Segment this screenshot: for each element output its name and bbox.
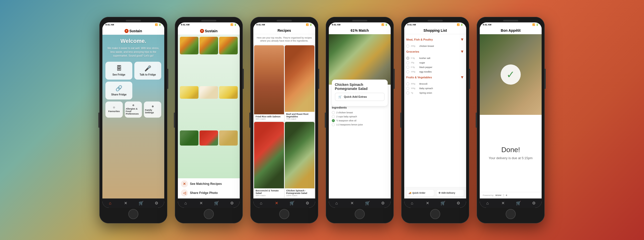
edit-delivery-button[interactable]: ⚙ Edit Delivery	[436, 189, 464, 196]
allergies-button[interactable]: ⊘ Allergies & Food Preferences	[125, 101, 142, 118]
shopping-item-noodles: 100g egg noodles	[406, 70, 464, 74]
status-bar: 9:41 AM 📶 🔋	[329, 22, 391, 27]
home-button[interactable]	[128, 209, 138, 219]
food-veggies	[180, 37, 198, 54]
name-salt: kosher salt	[419, 57, 430, 59]
nav-close[interactable]: ✕	[123, 200, 129, 206]
recipe-match-salmon: 68% match	[256, 118, 283, 120]
phone-done: 9:41 AM 📶 🔋 Bon Appétit ✓ Done! Your del…	[477, 17, 545, 223]
home-button[interactable]	[355, 209, 365, 219]
favourites-button[interactable]: ♡ Favourites	[105, 101, 123, 118]
category-fruits-header: Fruits & Vegetables ▼	[406, 74, 464, 81]
recipe-info-bocconcini: Bocconcini & Tomato Salad 56% match	[254, 188, 284, 198]
check-2[interactable]	[332, 115, 335, 118]
check-sugar[interactable]	[406, 61, 409, 64]
matching-recipes-button[interactable]: ✕ See Matching Recipes	[181, 180, 237, 187]
nav-home[interactable]: ⌂	[107, 200, 113, 206]
food-tomatoes	[199, 130, 218, 146]
nav-home[interactable]: ⌂	[334, 200, 340, 206]
nav-cart[interactable]: 🛒	[440, 200, 446, 206]
recipe-card-spinach[interactable]: Chicken Spinach - Pomegranate Salad 100%…	[285, 122, 315, 198]
check-noodles[interactable]	[406, 70, 409, 73]
nav-close[interactable]: ✕	[273, 200, 279, 206]
nav-cart[interactable]: 🛒	[138, 200, 144, 206]
app-header: ✕ Sustain	[102, 27, 164, 35]
check-4[interactable]	[332, 123, 335, 126]
app-name: Sustain	[205, 29, 218, 33]
fridge-image	[178, 35, 240, 178]
check-chicken[interactable]	[406, 45, 409, 48]
recipe-match-spinach: 100% match	[286, 194, 313, 197]
phone-screen: 9:41 AM 📶 🔋 Bon Appétit ✓ Done! Your del…	[480, 22, 542, 208]
name-broccoli: Broccoli	[419, 83, 427, 85]
delivery-icon: 🚚	[409, 192, 411, 194]
app-name: Sustain	[129, 29, 142, 33]
shopping-item-pepper: 0.5g black pepper	[406, 65, 464, 70]
home-button[interactable]	[506, 209, 516, 219]
check-broccoli[interactable]	[406, 82, 409, 85]
share-fridge-label: Share Fridge	[111, 93, 127, 96]
recipe-name-salmon: Fried Rice with Salmon	[256, 115, 283, 118]
recipes-grid: Fried Rice with Salmon 68% match Beef an…	[253, 45, 315, 198]
nav-settings[interactable]: ⚙	[153, 200, 159, 206]
status-time: 9:41 AM	[332, 23, 340, 26]
nav-settings[interactable]: ⚙	[380, 200, 386, 206]
share-fridge-button[interactable]: 🔗 Share Fridge	[105, 82, 132, 99]
done-text-area: Done! Your delivery is due at 5:15pm	[480, 115, 542, 192]
welcome-screen: Welcome. We make it easier to eat well. …	[102, 35, 164, 198]
nav-home[interactable]: ⌂	[409, 200, 415, 206]
nav-settings[interactable]: ⚙	[455, 200, 461, 206]
category-meat-expand[interactable]: ▼	[460, 37, 464, 42]
status-icons: 📶 🔋	[306, 23, 312, 26]
family-settings-button[interactable]: ⚙ Family Settings	[144, 101, 161, 118]
quick-order-button[interactable]: 🚚 Quick Order	[406, 189, 434, 196]
nav-cart[interactable]: 🛒	[365, 200, 371, 206]
nav-cart[interactable]: 🛒	[214, 200, 220, 206]
nav-cart[interactable]: 🛒	[515, 200, 521, 206]
fridge-grid	[178, 35, 240, 178]
logo: ✕ Sustain	[200, 29, 218, 33]
share-photo-button[interactable]: ◁ Share Fridge Photo	[181, 189, 237, 196]
share-photo-icon: ◁	[181, 189, 188, 196]
nav-settings[interactable]: ⚙	[304, 200, 310, 206]
nav-home[interactable]: ⌂	[258, 200, 264, 206]
home-button[interactable]	[204, 209, 214, 219]
recipe-card-bocconcini[interactable]: Bocconcini & Tomato Salad 56% match	[254, 122, 284, 198]
shopping-item-chicken: 200g chicken breast	[406, 44, 464, 48]
nav-settings[interactable]: ⚙	[229, 200, 235, 206]
recipe-card-salmon[interactable]: Fried Rice with Salmon 68% match	[254, 45, 284, 121]
nav-close[interactable]: ✕	[349, 200, 355, 206]
recipe-match-bocconcini: 56% match	[256, 194, 283, 197]
home-button[interactable]	[430, 209, 440, 219]
check-spring-onion[interactable]	[406, 91, 409, 94]
nav-close[interactable]: ✕	[500, 200, 506, 206]
check-salt[interactable]	[406, 57, 409, 60]
see-fridge-button[interactable]: 🗄 See Fridge	[105, 62, 132, 80]
recipe-card-beef[interactable]: Beef and Roast Root Vegetables 73% match	[285, 45, 315, 121]
nav-home[interactable]: ⌂	[183, 200, 189, 206]
nav-close[interactable]: ✕	[198, 200, 204, 206]
nav-cart[interactable]: 🛒	[289, 200, 295, 206]
nav-home[interactable]: ⌂	[485, 200, 491, 206]
category-groceries-expand[interactable]: ▼	[460, 49, 464, 54]
recipe-info-spinach: Chicken Spinach - Pomegranate Salad 100%…	[285, 188, 315, 198]
nav-close[interactable]: ✕	[424, 200, 430, 206]
settings-icon: ⚙	[152, 105, 154, 108]
phone-match: 9:41 AM 📶 🔋 61% Match Chicken Spinach Po…	[326, 17, 394, 223]
check-pepper[interactable]	[406, 66, 409, 69]
category-fruits-expand[interactable]: ▼	[460, 75, 464, 80]
check-1[interactable]	[332, 111, 335, 114]
home-button[interactable]	[279, 209, 289, 219]
done-content: ✓ Done! Your delivery is due at 5:15pm P…	[480, 34, 542, 198]
nav-settings[interactable]: ⚙	[531, 200, 537, 206]
app-header: Bon Appétit	[480, 27, 542, 34]
quick-add-button[interactable]: 🛒 Quick Add Extras	[335, 93, 385, 101]
talk-fridge-button[interactable]: 🎤 Talk to Fridge	[134, 62, 161, 80]
shopping-item-salt: 0.5g kosher salt	[406, 56, 464, 60]
check-3[interactable]: ✓	[332, 119, 335, 122]
check-spinach[interactable]	[406, 87, 409, 90]
home-indicator	[102, 208, 164, 220]
status-bar: 9:41 AM 📶 🔋	[102, 22, 164, 27]
bottom-nav: ⌂ ✕ 🛒 ⚙	[253, 198, 315, 208]
done-checkmark: ✓	[501, 64, 521, 85]
